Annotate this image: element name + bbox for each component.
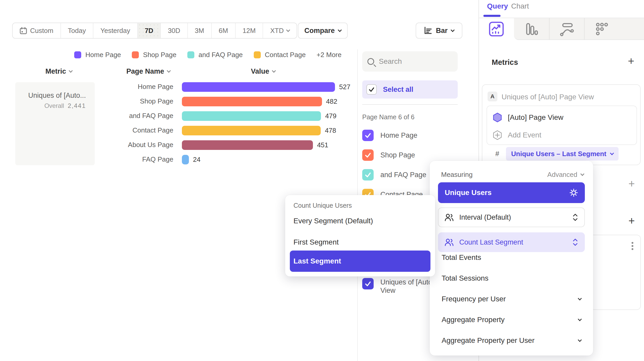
- bar-about-us-page[interactable]: [182, 140, 313, 150]
- range-xtd[interactable]: XTD: [263, 23, 297, 38]
- search-input[interactable]: [379, 57, 444, 66]
- legend-swatch: [132, 51, 139, 58]
- legend-item[interactable]: Shop Page: [132, 51, 176, 59]
- chart-legend: Home Page Shop Page and FAQ Page Contact…: [74, 51, 341, 59]
- option-frequency-per-user[interactable]: Frequency per User: [438, 291, 585, 307]
- report-tab-retention[interactable]: [584, 18, 619, 40]
- chevron-down-icon: [610, 151, 614, 155]
- users-icon: [445, 238, 454, 246]
- select-all-row[interactable]: Select all: [362, 80, 458, 99]
- range-today[interactable]: Today: [61, 23, 93, 38]
- checkbox-row-home-page[interactable]: Home Page: [362, 128, 458, 143]
- bar-faq-page[interactable]: [182, 155, 189, 164]
- column-header-metric[interactable]: Metric: [45, 67, 72, 75]
- metric-cell[interactable]: Uniques of [Auto... Overall2,441: [15, 82, 95, 165]
- report-tab-flows[interactable]: [549, 18, 584, 40]
- horizontal-bar-chart-icon: [424, 27, 432, 34]
- checkbox[interactable]: [362, 278, 374, 289]
- add-metric-button[interactable]: +: [628, 56, 634, 67]
- legend-item[interactable]: Contact Page: [254, 51, 306, 59]
- date-range-group: Custom Today Yesterday 7D 30D 3M 6M 12M …: [12, 23, 297, 39]
- chevron-down-icon: [286, 28, 290, 32]
- column-header-value[interactable]: Value: [251, 67, 275, 75]
- bar-value: 479: [325, 112, 336, 120]
- range-label: Custom: [30, 27, 53, 35]
- flows-icon: [559, 22, 574, 37]
- active-tab-underline: [483, 15, 501, 17]
- option-aggregate-property[interactable]: Aggregate Property: [438, 312, 585, 327]
- option-first-segment[interactable]: First Segment: [293, 238, 339, 246]
- select-all-checkbox[interactable]: [366, 84, 377, 95]
- bar-and-faq-page[interactable]: [182, 111, 321, 121]
- metric-letter-badge: A: [488, 92, 497, 101]
- range-custom[interactable]: Custom: [13, 23, 61, 38]
- option-aggregate-property-per-user[interactable]: Aggregate Property per User: [438, 333, 585, 348]
- bar-value: 478: [325, 127, 336, 135]
- bar-contact-page[interactable]: [182, 126, 321, 135]
- option-last-segment-selected[interactable]: Last Segment: [290, 251, 430, 272]
- range-3m[interactable]: 3M: [188, 23, 212, 38]
- legend-item[interactable]: and FAQ Page: [187, 51, 243, 59]
- stepper-count-last-segment[interactable]: Count Last Segment: [438, 232, 585, 252]
- checkbox[interactable]: [362, 169, 374, 180]
- segment-menu-header: Count Unique Users: [293, 202, 352, 209]
- range-7d-selected[interactable]: 7D: [138, 23, 161, 38]
- tab-query[interactable]: Query: [487, 2, 508, 10]
- table-row: Home Page 527: [0, 82, 355, 92]
- option-total-events[interactable]: Total Events: [438, 250, 585, 265]
- advanced-toggle[interactable]: Advanced: [547, 171, 584, 179]
- kebab-menu-icon[interactable]: [632, 241, 633, 251]
- range-yesterday[interactable]: Yesterday: [93, 23, 138, 38]
- column-header-page-name[interactable]: Page Name: [126, 67, 170, 75]
- bar-shop-page[interactable]: [182, 97, 322, 106]
- bar-home-page[interactable]: [182, 82, 335, 92]
- range-30d[interactable]: 30D: [161, 23, 188, 38]
- checkbox[interactable]: [362, 149, 374, 161]
- table-row: and FAQ Page 479: [0, 111, 355, 121]
- row-label: and FAQ Page: [99, 112, 173, 120]
- range-12m[interactable]: 12M: [236, 23, 263, 38]
- stepper-interval-default[interactable]: Interval (Default): [438, 207, 585, 227]
- table-row: Shop Page 482: [0, 96, 355, 107]
- chevron-down-icon: [580, 172, 585, 176]
- report-tab-insights[interactable]: [479, 18, 514, 40]
- legend-more-link[interactable]: +2 More: [317, 51, 341, 59]
- chevron-down-icon: [451, 28, 455, 32]
- measurement-pill[interactable]: Unique Users – Last Segment: [506, 147, 619, 161]
- bar-value: 24: [193, 156, 201, 164]
- bar-value: 482: [326, 98, 337, 106]
- event-row[interactable]: [Auto] Page View: [493, 112, 563, 123]
- chevron-down-icon: [68, 69, 73, 73]
- add-breakdown-button[interactable]: +: [628, 216, 635, 226]
- add-event-hexagon-icon: [493, 130, 502, 140]
- add-event-row[interactable]: Add Event: [493, 130, 541, 140]
- metric-title: Uniques of [Auto] Page View: [502, 93, 594, 101]
- option-unique-users-selected[interactable]: Unique Users: [438, 182, 585, 203]
- search-box[interactable]: [362, 51, 458, 72]
- measure-pill-row: # Unique Users – Last Segment: [495, 147, 619, 161]
- funnels-icon: [524, 22, 539, 37]
- legend-item[interactable]: Home Page: [74, 51, 121, 59]
- report-tab-funnels[interactable]: [514, 18, 549, 40]
- tab-chart[interactable]: Chart: [511, 2, 529, 10]
- event-hexagon-icon: [493, 112, 502, 123]
- measuring-header: Measuring: [441, 171, 472, 179]
- option-total-sessions[interactable]: Total Sessions: [438, 271, 585, 286]
- compare-button[interactable]: Compare: [298, 23, 348, 39]
- legend-swatch: [187, 51, 194, 58]
- table-row: Contact Page 478: [0, 125, 355, 136]
- option-every-segment[interactable]: Every Segment (Default): [293, 217, 373, 225]
- row-label: About Us Page: [99, 141, 173, 149]
- add-filter-button[interactable]: +: [628, 178, 635, 189]
- segment-count-menu: Count Unique Users Every Segment (Defaul…: [285, 195, 435, 276]
- checkbox-row-shop-page[interactable]: Shop Page: [362, 147, 458, 163]
- users-icon: [445, 213, 454, 221]
- chevron-down-icon: [272, 69, 276, 73]
- chart-type-button[interactable]: Bar: [416, 23, 462, 39]
- range-6m[interactable]: 6M: [212, 23, 236, 38]
- search-icon: [367, 58, 374, 65]
- checkbox[interactable]: [362, 130, 374, 141]
- event-card: [Auto] Page View Add Event: [487, 106, 637, 145]
- checkmark-icon: [365, 171, 371, 178]
- metric-card[interactable]: A Uniques of [Auto] Page View [Auto] Pag…: [482, 84, 641, 165]
